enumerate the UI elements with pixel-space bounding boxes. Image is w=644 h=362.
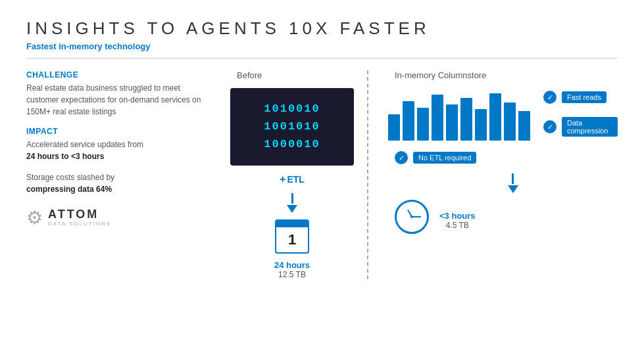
divider <box>26 58 618 58</box>
impact-label: IMPACT <box>26 127 204 136</box>
right-bottom-area: <3 hours 4.5 TB <box>395 200 618 240</box>
clock-icon <box>395 200 429 234</box>
challenge-text: Real estate data business struggled to m… <box>26 82 204 118</box>
logo-sub: DATA SOLUTIONS <box>48 221 111 227</box>
column-bar <box>403 101 414 141</box>
header-subtitle: Fastest in-memory technology <box>26 41 618 51</box>
check-icon-1: ✓ <box>543 91 557 104</box>
column-bar <box>504 102 516 141</box>
check-icon-3: ✓ <box>395 151 408 164</box>
badge-data-compression: ✓ Data compression <box>543 117 618 137</box>
page: INSIGHTS TO AGENTS 10X FASTER Fastest in… <box>0 0 644 362</box>
gear-icon: ⚙ <box>26 207 43 229</box>
center-stat-sub: 12.5 TB <box>278 270 306 279</box>
right-panel: In-memory Columnstore ✓ Fast reads ✓ Dat… <box>368 70 618 279</box>
column-bar <box>446 104 458 141</box>
before-heading: Before <box>230 70 262 80</box>
right-heading: In-memory Columnstore <box>388 70 486 80</box>
cal-number: 1 <box>288 231 296 248</box>
header-title: INSIGHTS TO AGENTS 10X FASTER <box>26 18 618 39</box>
etl-label: ETL <box>287 174 304 185</box>
column-bar <box>460 98 472 141</box>
right-stat-label: <3 hours <box>439 211 476 221</box>
column-bar <box>432 95 443 141</box>
center-panel: Before 1010010 1001010 1000010 + ETL 1 <box>217 70 368 279</box>
right-stats: <3 hours 4.5 TB <box>439 211 476 230</box>
impact-bold-1: 24 hours to <3 hours <box>26 152 104 161</box>
check-icon-2: ✓ <box>543 120 557 133</box>
impact-text-2: Storage costs slashed by compressing dat… <box>26 171 204 195</box>
attom-logo: ⚙ ATTOM DATA SOLUTIONS <box>26 207 204 229</box>
badge-label-2: Data compression <box>562 117 618 137</box>
impact-bold-2: compressing data 64% <box>26 185 112 194</box>
center-stats: 24 hours 12.5 TB <box>274 260 310 279</box>
badge-label-3: No ETL required <box>413 152 476 164</box>
challenge-label: CHALLENGE <box>26 70 204 79</box>
etl-badge: + ETL <box>280 173 305 185</box>
arrow-down-right <box>408 173 618 196</box>
binary-row-2: 1001010 <box>243 118 341 135</box>
column-bar <box>489 93 501 141</box>
calendar-icon: 1 <box>275 219 309 254</box>
binary-block: 1010010 1001010 1000010 <box>230 88 354 166</box>
column-bar <box>388 114 400 141</box>
binary-row-1: 1010010 <box>243 100 341 118</box>
column-bar <box>417 108 429 141</box>
badge-no-etl: ✓ No ETL required <box>395 151 618 164</box>
logo-name: ATTOM <box>48 208 111 221</box>
column-bar <box>475 109 487 141</box>
right-stat-sub: 4.5 TB <box>446 221 469 230</box>
column-bars <box>388 88 530 141</box>
badge-fast-reads: ✓ Fast reads <box>543 91 618 104</box>
arrow-down-center <box>287 193 297 215</box>
center-stat-label: 24 hours <box>274 260 310 270</box>
column-bar <box>518 111 530 141</box>
left-panel: CHALLENGE Real estate data business stru… <box>26 70 217 279</box>
right-column-area: ✓ Fast reads ✓ Data compression <box>388 88 618 151</box>
binary-row-3: 1000010 <box>243 135 341 153</box>
badges-column: ✓ Fast reads ✓ Data compression <box>543 88 618 137</box>
impact-text-1: Accelerated service updates from 24 hour… <box>26 139 204 162</box>
badge-label-1: Fast reads <box>562 91 607 103</box>
